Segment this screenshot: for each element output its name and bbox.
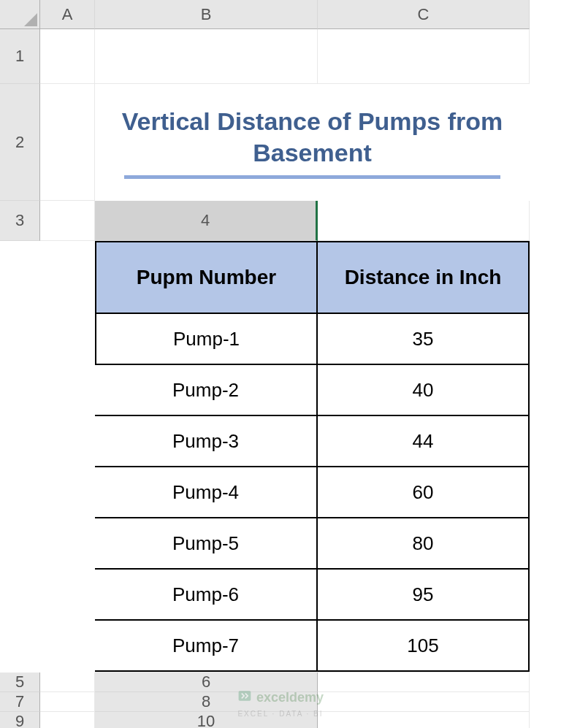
table-row[interactable]: 44 [318,416,530,467]
table-row[interactable]: 105 [318,621,530,672]
table-row[interactable]: 95 [318,570,530,621]
table-row[interactable]: Pump-1 [95,314,318,365]
title-merged-cell[interactable]: Vertical Distance of Pumps from Basement [95,84,530,201]
row-header-5[interactable]: 5 [0,673,40,692]
cell-B1[interactable] [95,29,318,84]
table-row[interactable]: 40 [318,365,530,416]
table-row[interactable]: 35 [318,314,530,365]
col-header-A[interactable]: A [40,0,95,29]
cell-A5[interactable] [40,673,95,692]
cell-A7[interactable] [40,692,95,712]
table-header-pump[interactable]: Pupm Number [95,241,318,314]
table-row[interactable]: Pump-7 [95,621,318,672]
cell-A10[interactable] [318,712,530,728]
logo-icon [237,689,252,707]
table-row[interactable]: Pump-6 [95,570,318,621]
sheet-title: Vertical Distance of Pumps from Basement [108,106,516,168]
table-row[interactable]: Pump-4 [95,467,318,518]
row-header-2[interactable]: 2 [0,84,40,201]
cell-A6[interactable] [318,673,530,692]
row-header-4[interactable]: 4 [95,201,318,241]
title-underline [124,175,500,179]
col-header-B[interactable]: B [95,0,318,29]
cell-A9[interactable] [40,712,95,728]
watermark-brand: exceldemy [256,690,324,705]
row-header-7[interactable]: 7 [0,692,40,712]
table-row[interactable]: Pump-5 [95,518,318,570]
table-row[interactable]: Pump-2 [95,365,318,416]
spreadsheet-grid: A B C 1 2 Vertical Distance of Pumps fro… [0,0,561,728]
row-header-3[interactable]: 3 [0,201,40,241]
row-header-1[interactable]: 1 [0,29,40,84]
table-row[interactable]: 80 [318,518,530,570]
cell-A3[interactable] [40,201,95,241]
table-row[interactable]: 60 [318,467,530,518]
cell-A8[interactable] [318,692,530,712]
select-all-corner[interactable] [0,0,40,29]
cell-C1[interactable] [318,29,530,84]
watermark: exceldemy EXCEL · DATA · BI [237,689,324,718]
table-row[interactable]: Pump-3 [95,416,318,467]
cell-A1[interactable] [40,29,95,84]
data-table: Pupm Number Distance in Inch Pump-1 35 P… [95,241,530,672]
col-header-C[interactable]: C [318,0,530,29]
row-header-9[interactable]: 9 [0,712,40,728]
watermark-sub: EXCEL · DATA · BI [237,710,323,718]
cell-A4[interactable] [318,201,530,241]
table-header-distance[interactable]: Distance in Inch [318,241,530,314]
cell-A2[interactable] [40,84,95,201]
